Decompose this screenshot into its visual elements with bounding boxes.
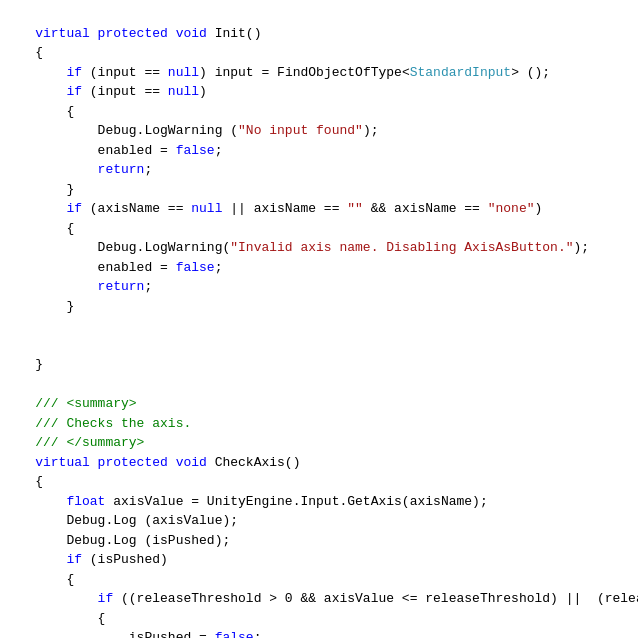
code-token: ; bbox=[215, 258, 223, 278]
code-line: if (isPushed) bbox=[0, 550, 638, 570]
code-line: if (input == null) input = FindObjectOfT… bbox=[0, 63, 638, 83]
code-line bbox=[0, 375, 638, 395]
code-line: } bbox=[0, 297, 638, 317]
code-token: if bbox=[4, 199, 82, 219]
code-line: if ((releaseThreshold > 0 && axisValue <… bbox=[0, 589, 638, 609]
code-token: false bbox=[215, 628, 254, 638]
code-token: if bbox=[4, 550, 82, 570]
code-line: enabled = false; bbox=[0, 141, 638, 161]
code-token: "none" bbox=[488, 199, 535, 219]
code-line: { bbox=[0, 102, 638, 122]
code-token: ; bbox=[144, 277, 152, 297]
code-token: () bbox=[285, 453, 301, 473]
code-token: float bbox=[4, 492, 105, 512]
code-token: axisValue = UnityEngine.Input.GetAxis(ax… bbox=[105, 492, 487, 512]
code-token: return bbox=[4, 160, 144, 180]
code-token: false bbox=[176, 258, 215, 278]
code-line: { bbox=[0, 43, 638, 63]
code-line: { bbox=[0, 472, 638, 492]
code-token: && axisName == bbox=[363, 199, 488, 219]
code-token: (isPushed) bbox=[82, 550, 168, 570]
code-token: /// <summary> bbox=[4, 394, 137, 414]
code-token: CheckAxis bbox=[215, 453, 285, 473]
code-token: return bbox=[4, 277, 144, 297]
code-line: if (axisName == null || axisName == "" &… bbox=[0, 199, 638, 219]
code-token: if bbox=[4, 589, 113, 609]
code-line: /// <summary> bbox=[0, 394, 638, 414]
code-token: } bbox=[4, 297, 74, 317]
code-token: Debug.LogWarning( bbox=[4, 238, 230, 258]
code-token: ; bbox=[144, 160, 152, 180]
code-token: virtual protected void bbox=[4, 453, 215, 473]
code-token: Debug.LogWarning ( bbox=[4, 121, 238, 141]
code-token: ; bbox=[215, 141, 223, 161]
code-token: () bbox=[246, 24, 262, 44]
code-token: } bbox=[4, 355, 43, 375]
code-token: || axisName == bbox=[222, 199, 347, 219]
code-line: return; bbox=[0, 277, 638, 297]
code-line: Debug.LogWarning("Invalid axis name. Dis… bbox=[0, 238, 638, 258]
code-token: null bbox=[168, 82, 199, 102]
code-token: Debug.Log (axisValue); bbox=[4, 511, 238, 531]
code-token: null bbox=[191, 199, 222, 219]
code-token: if bbox=[4, 63, 82, 83]
code-line bbox=[0, 316, 638, 336]
code-token: false bbox=[176, 141, 215, 161]
code-line: { bbox=[0, 219, 638, 239]
code-token: (input == bbox=[82, 63, 168, 83]
code-line: isPushed = false; bbox=[0, 628, 638, 638]
code-token: { bbox=[4, 472, 43, 492]
code-token: ((releaseThreshold > 0 && axisValue <= r… bbox=[113, 589, 638, 609]
code-line: /// Checks the axis. bbox=[0, 414, 638, 434]
code-line: virtual protected void Init() bbox=[0, 24, 638, 44]
code-token: { bbox=[4, 570, 74, 590]
code-line: Debug.Log (axisValue); bbox=[0, 511, 638, 531]
code-token: { bbox=[4, 609, 105, 629]
code-token: /// Checks the axis. bbox=[4, 414, 191, 434]
code-token: /// </summary> bbox=[4, 433, 144, 453]
code-token: "No input found" bbox=[238, 121, 363, 141]
code-token: "Invalid axis name. Disabling AxisAsButt… bbox=[230, 238, 573, 258]
code-token: StandardInput bbox=[410, 63, 511, 83]
code-token: enabled = bbox=[4, 141, 176, 161]
code-token: (axisName == bbox=[82, 199, 191, 219]
code-token: ) bbox=[199, 82, 207, 102]
code-token: ; bbox=[254, 628, 262, 638]
code-line: Debug.LogWarning ("No input found"); bbox=[0, 121, 638, 141]
code-line: enabled = false; bbox=[0, 258, 638, 278]
code-editor: virtual protected void Init() { if (inpu… bbox=[0, 0, 638, 638]
code-line: return; bbox=[0, 160, 638, 180]
code-token: enabled = bbox=[4, 258, 176, 278]
code-token: virtual protected void bbox=[4, 24, 215, 44]
code-line: { bbox=[0, 570, 638, 590]
code-token: > (); bbox=[511, 63, 550, 83]
code-token: { bbox=[4, 219, 74, 239]
code-token: { bbox=[4, 102, 74, 122]
code-token: (input == bbox=[82, 82, 168, 102]
code-line: virtual protected void CheckAxis() bbox=[0, 453, 638, 473]
code-line: if (input == null) bbox=[0, 82, 638, 102]
code-line: /// </summary> bbox=[0, 433, 638, 453]
code-token: Init bbox=[215, 24, 246, 44]
code-line: float axisValue = UnityEngine.Input.GetA… bbox=[0, 492, 638, 512]
code-token: { bbox=[4, 43, 43, 63]
code-line: } bbox=[0, 355, 638, 375]
code-token: ) input = FindObjectOfType< bbox=[199, 63, 410, 83]
code-line: { bbox=[0, 609, 638, 629]
code-token: null bbox=[168, 63, 199, 83]
code-token: Debug.Log (isPushed); bbox=[4, 531, 230, 551]
code-token: } bbox=[4, 180, 74, 200]
code-token: "" bbox=[347, 199, 363, 219]
code-token: ) bbox=[535, 199, 543, 219]
code-token: ); bbox=[574, 238, 590, 258]
code-token: if bbox=[4, 82, 82, 102]
code-token: ); bbox=[363, 121, 379, 141]
code-line: Debug.Log (isPushed); bbox=[0, 531, 638, 551]
code-token: isPushed = bbox=[4, 628, 215, 638]
code-line: } bbox=[0, 180, 638, 200]
code-line bbox=[0, 336, 638, 356]
